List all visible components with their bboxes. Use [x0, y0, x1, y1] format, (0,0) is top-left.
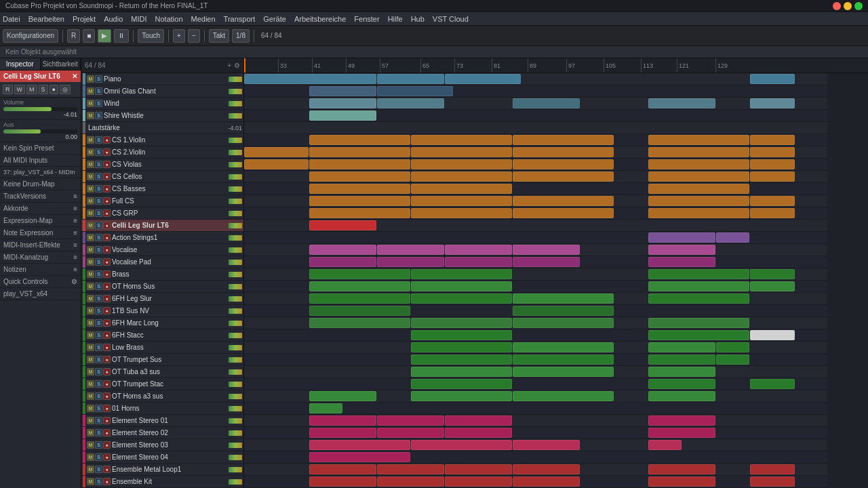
insp-notizen[interactable]: Notizen ≡: [0, 264, 81, 276]
clip-t0-0[interactable]: [244, 74, 376, 84]
track-solo-32[interactable]: S: [95, 466, 102, 473]
clip-t12-0[interactable]: [309, 220, 376, 230]
track-row-4[interactable]: Lautstärke-4.01: [81, 122, 243, 134]
clip-t8-3[interactable]: [648, 171, 749, 182]
track-record-18[interactable]: ●: [103, 295, 111, 302]
clip-t20-3[interactable]: [513, 318, 614, 328]
clip-t30-0[interactable]: [309, 440, 410, 450]
menu-arbeitsbereiche[interactable]: Arbeitsbereiche: [294, 15, 346, 23]
clip-t2-0[interactable]: [309, 98, 376, 108]
clip-t0-2[interactable]: [445, 74, 521, 84]
clip-t0-1[interactable]: [377, 74, 444, 84]
clip-t6-5[interactable]: [750, 147, 795, 157]
track-row-7[interactable]: MS●CS Violas: [81, 159, 243, 171]
track-mute-21[interactable]: M: [87, 331, 94, 339]
clip-t7-0[interactable]: [244, 159, 309, 169]
clip-t26-1[interactable]: [411, 391, 512, 401]
insp-solo-btn[interactable]: S: [39, 85, 48, 94]
clip-t22-1[interactable]: [513, 342, 614, 352]
clip-t28-1[interactable]: [377, 415, 444, 426]
track-record-19[interactable]: ●: [103, 307, 111, 314]
track-solo-12[interactable]: S: [95, 222, 102, 229]
clip-t7-1[interactable]: [309, 159, 410, 169]
clip-t28-2[interactable]: [445, 415, 512, 426]
add-track-btn[interactable]: +: [227, 62, 231, 69]
tab-inspector[interactable]: Inspector: [0, 58, 41, 70]
clip-t5-4[interactable]: [750, 135, 795, 145]
track-record-21[interactable]: ●: [103, 331, 111, 339]
track-mute-17[interactable]: M: [87, 283, 94, 290]
pause-btn[interactable]: ⏸: [114, 29, 129, 43]
track-mute-30[interactable]: M: [87, 441, 94, 449]
clip-t25-2[interactable]: [750, 379, 795, 389]
track-row-3[interactable]: MSShire Whistle: [81, 110, 243, 122]
track-record-13[interactable]: ●: [103, 234, 111, 241]
track-record-32[interactable]: ●: [103, 466, 111, 473]
insp-mute-btn[interactable]: M: [26, 85, 37, 94]
track-solo-2[interactable]: S: [95, 100, 102, 107]
clip-t23-3[interactable]: [716, 354, 749, 365]
track-row-16[interactable]: MS●Brass: [81, 268, 243, 281]
clip-t11-0[interactable]: [309, 208, 410, 218]
clip-t29-0[interactable]: [309, 428, 376, 438]
clip-t2-4[interactable]: [750, 98, 795, 108]
clip-t17-1[interactable]: [411, 281, 512, 291]
clip-t10-2[interactable]: [513, 196, 614, 206]
clip-t18-0[interactable]: [309, 293, 410, 304]
clip-t29-2[interactable]: [445, 428, 512, 438]
tab-visibility[interactable]: Sichtbarkeit: [41, 58, 81, 70]
clip-t33-3[interactable]: [513, 476, 580, 487]
clip-t20-0[interactable]: [309, 318, 410, 328]
track-mute-31[interactable]: M: [87, 453, 94, 461]
track-record-29[interactable]: ●: [103, 429, 111, 436]
clip-t26-3[interactable]: [648, 391, 715, 401]
track-solo-33[interactable]: S: [95, 478, 102, 485]
menu-midi[interactable]: MIDI: [131, 15, 146, 23]
clip-t27-0[interactable]: [309, 403, 342, 413]
track-record-24[interactable]: ●: [103, 368, 111, 375]
track-mute-14[interactable]: M: [87, 246, 94, 253]
clip-t33-0[interactable]: [309, 476, 376, 487]
clip-t22-3[interactable]: [716, 342, 749, 352]
clip-t26-0[interactable]: [309, 391, 376, 401]
track-row-1[interactable]: MSOmni Glas Chant: [81, 85, 243, 98]
clip-t16-1[interactable]: [411, 269, 512, 279]
insp-record-btn[interactable]: ●: [50, 85, 58, 94]
track-row-6[interactable]: MS●CS 2.Violin: [81, 146, 243, 159]
track-record-28[interactable]: ●: [103, 417, 111, 424]
track-mute-20[interactable]: M: [87, 319, 94, 327]
clip-t9-2[interactable]: [648, 184, 749, 194]
track-record-14[interactable]: ●: [103, 246, 111, 253]
track-mute-32[interactable]: M: [87, 466, 94, 473]
clip-t28-0[interactable]: [309, 415, 376, 426]
track-solo-30[interactable]: S: [95, 441, 102, 449]
track-mute-12[interactable]: M: [87, 222, 94, 229]
clip-t21-2[interactable]: [750, 330, 795, 340]
clip-t6-2[interactable]: [411, 147, 512, 157]
insp-read-btn[interactable]: R: [3, 85, 13, 94]
track-solo-28[interactable]: S: [95, 417, 102, 424]
menu-projekt[interactable]: Projekt: [73, 15, 96, 23]
clip-t22-0[interactable]: [411, 342, 512, 352]
track-solo-5[interactable]: S: [95, 136, 102, 144]
clip-t6-4[interactable]: [648, 147, 749, 157]
pan-fader[interactable]: [3, 129, 77, 134]
clip-t2-3[interactable]: [648, 98, 715, 108]
clip-t13-0[interactable]: [648, 232, 715, 243]
track-mute-22[interactable]: M: [87, 344, 94, 351]
track-mute-33[interactable]: M: [87, 478, 94, 485]
clip-t18-2[interactable]: [648, 293, 749, 304]
insp-play-vst[interactable]: play_VST_x64: [0, 288, 81, 300]
track-row-30[interactable]: MS●Element Stereo 03: [81, 439, 243, 451]
track-row-28[interactable]: MS●Element Stereo 01: [81, 415, 243, 427]
clip-t21-1[interactable]: [648, 330, 749, 340]
track-record-25[interactable]: ●: [103, 380, 111, 388]
clip-t8-1[interactable]: [411, 171, 512, 182]
track-record-31[interactable]: ●: [103, 453, 111, 461]
clip-t30-2[interactable]: [513, 440, 580, 450]
track-solo-16[interactable]: S: [95, 270, 102, 278]
track-solo-18[interactable]: S: [95, 295, 102, 302]
insp-monitor-btn[interactable]: ◎: [60, 85, 71, 94]
track-record-22[interactable]: ●: [103, 344, 111, 351]
track-mute-6[interactable]: M: [87, 148, 94, 156]
